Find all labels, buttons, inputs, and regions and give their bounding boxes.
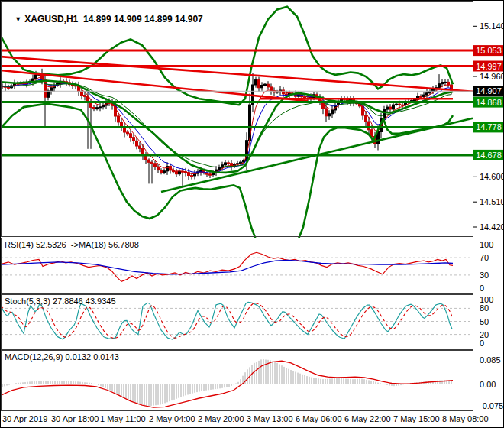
svg-text:20: 20 — [480, 330, 489, 339]
svg-text:70: 70 — [480, 253, 489, 262]
x-axis-label: 8 May 08:00 — [442, 414, 489, 423]
x-axis-label: 7 May 15:00 — [393, 414, 440, 423]
svg-text:14.907: 14.907 — [476, 86, 502, 96]
svg-text:-0.0753: -0.0753 — [480, 401, 504, 410]
svg-text:14.420: 14.420 — [480, 222, 504, 232]
svg-text:14.678: 14.678 — [476, 151, 502, 160]
svg-text:14.778: 14.778 — [476, 122, 502, 131]
x-axis-label: 3 May 13:00 — [247, 414, 293, 423]
svg-text:50: 50 — [480, 317, 489, 326]
svg-text:14.868: 14.868 — [476, 98, 502, 107]
stochastic-indicator-pane[interactable]: 1008050200 — [1, 294, 504, 350]
svg-text:30: 30 — [480, 271, 489, 280]
x-axis-label: 1 May 11:00 — [100, 414, 146, 423]
x-axis-label: 2 May 04:00 — [149, 414, 195, 423]
trading-chart-window: 15.14014.96014.60014.51014.42015.05314.9… — [0, 0, 504, 428]
x-axis-label: 30 Apr 2019 — [2, 414, 47, 423]
x-axis-label: 30 Apr 18:00 — [51, 414, 99, 423]
svg-text:100: 100 — [480, 240, 493, 249]
svg-text:14.510: 14.510 — [480, 197, 504, 206]
svg-text:14.997: 14.997 — [476, 62, 502, 71]
svg-text:15.053: 15.053 — [476, 46, 502, 55]
x-axis-label: 2 May 20:00 — [198, 414, 244, 423]
time-axis: 30 Apr 201930 Apr 18:001 May 11:002 May … — [1, 411, 504, 428]
svg-text:0: 0 — [480, 284, 484, 293]
svg-text:80: 80 — [480, 303, 489, 313]
main-price-chart[interactable]: 15.14014.96014.60014.51014.42015.05314.9… — [1, 1, 504, 238]
svg-text:0: 0 — [480, 339, 484, 348]
svg-text:0.085: 0.085 — [480, 355, 501, 365]
svg-text:0.00: 0.00 — [480, 380, 496, 389]
macd-indicator-pane[interactable]: 0.0850.00-0.0753 — [1, 350, 504, 411]
svg-text:14.960: 14.960 — [480, 72, 504, 81]
svg-text:14.600: 14.600 — [480, 172, 504, 181]
svg-text:100: 100 — [480, 295, 493, 304]
x-axis-label: 6 May 06:00 — [296, 414, 342, 423]
x-axis-label: 6 May 22:00 — [344, 414, 391, 423]
svg-text:15.140: 15.140 — [480, 21, 504, 31]
rsi-indicator-pane[interactable]: 10070300 — [1, 238, 504, 294]
